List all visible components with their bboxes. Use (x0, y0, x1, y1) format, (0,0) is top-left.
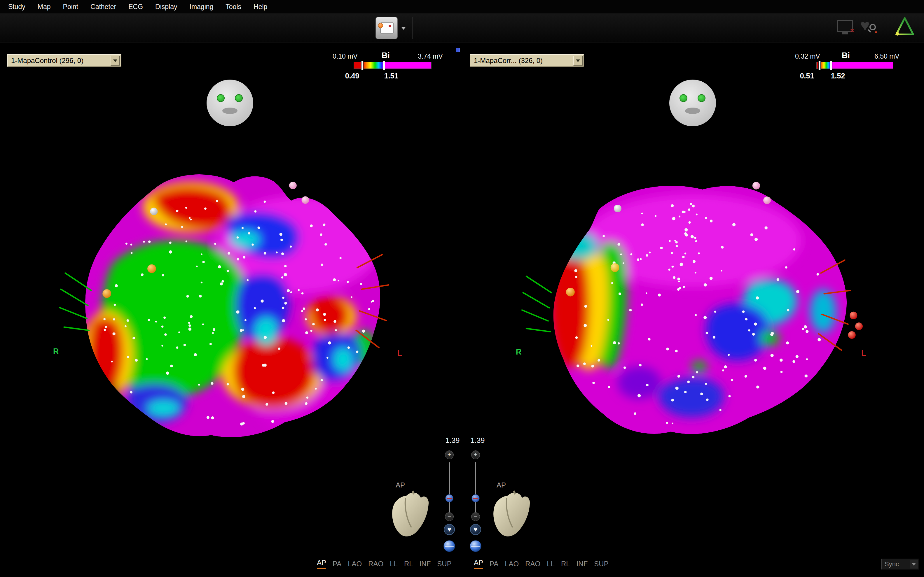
orientation-letter-r: R (516, 348, 522, 356)
face-eye-icon (680, 94, 687, 102)
orientation-face-left[interactable] (207, 80, 253, 126)
face-eye-icon (217, 94, 225, 102)
orientation-face-right[interactable] (669, 80, 716, 126)
toolbar-separator (412, 17, 412, 39)
chevron-down-icon[interactable] (910, 560, 918, 569)
scale-mode-label: Bi (381, 51, 390, 60)
viewport-split-handle[interactable] (456, 48, 460, 52)
projection-pa[interactable]: PA (489, 560, 498, 569)
orientation-letter-l: L (861, 349, 866, 358)
menu-imaging[interactable]: Imaging (190, 3, 213, 11)
menu-point[interactable]: Point (63, 3, 78, 11)
scale-low-value: 0.51 (794, 72, 820, 80)
zoom-slider-right: + − ♥ (467, 450, 484, 558)
scale-low-marker[interactable] (818, 61, 821, 70)
scale-high-marker[interactable] (383, 61, 385, 70)
face-nose-icon (685, 108, 700, 114)
projection-ll[interactable]: LL (390, 560, 398, 569)
zoom-slider-track[interactable] (449, 462, 450, 512)
scale-mode-label: Bi (842, 51, 850, 60)
scale-high-value: 1.52 (825, 72, 851, 80)
sync-dropdown-label: Sync (885, 560, 899, 568)
projection-rao[interactable]: RAO (525, 560, 540, 569)
scale-low-marker[interactable] (361, 61, 363, 70)
projection-ap[interactable]: AP (474, 559, 483, 569)
projection-pa[interactable]: PA (333, 560, 341, 569)
orientation-letter-r: R (53, 347, 59, 356)
scale-high-marker[interactable] (830, 61, 832, 70)
voltage-map-left[interactable] (55, 168, 407, 452)
heart-view-button[interactable]: ♥ (444, 524, 455, 535)
zoom-out-button[interactable]: − (471, 512, 480, 521)
face-nose-icon (222, 108, 237, 114)
orientation-letter-l: L (397, 349, 402, 358)
sync-dropdown[interactable]: Sync (881, 559, 919, 570)
projection-rl[interactable]: RL (561, 560, 570, 569)
projection-inf[interactable]: INF (577, 560, 588, 569)
menubar: Study Map Point Catheter ECG Display Ima… (0, 0, 924, 13)
projection-row-right: AP PA LAO RAO LL RL INF SUP (474, 559, 609, 569)
color-scale-right: 0.32 mV Bi 6.50 mV 0.51 1.52 (795, 52, 921, 84)
screen-off-icon[interactable] (837, 20, 853, 32)
scale-max-label: 3.74 mV (418, 53, 443, 60)
carto-logo (895, 16, 915, 39)
zoom-slider-left: + − ♥ (441, 450, 458, 558)
map-selector-left-label: 1-MapaControl (296, 0) (11, 56, 84, 65)
scale-high-value: 1.51 (378, 72, 404, 80)
projection-sup[interactable]: SUP (437, 560, 451, 569)
heart-view-button[interactable]: ♥ (470, 524, 481, 535)
menu-study[interactable]: Study (8, 3, 25, 11)
projection-lao[interactable]: LAO (348, 560, 362, 569)
scale-min-label: 0.10 mV (333, 53, 358, 60)
scale-bar[interactable] (816, 62, 893, 69)
zoom-slider-handle[interactable] (445, 494, 453, 502)
heart-orientation-label-right: AP (497, 481, 506, 489)
menu-map[interactable]: Map (38, 3, 51, 11)
heart-model-right[interactable] (490, 489, 531, 540)
zoom-in-button[interactable]: + (445, 450, 454, 459)
menu-ecg[interactable]: ECG (128, 3, 143, 11)
face-eye-icon (235, 94, 243, 102)
scale-low-value: 0.49 (339, 72, 365, 80)
scale-min-label: 0.32 mV (795, 53, 820, 60)
projection-row-left: AP PA LAO RAO LL RL INF SUP (317, 559, 452, 569)
globe-view-button[interactable] (470, 540, 481, 552)
projection-lao[interactable]: LAO (505, 560, 519, 569)
menu-tools[interactable]: Tools (226, 3, 241, 11)
map-selector-right-label: 1-MapaCorr... (326, 0) (474, 56, 543, 65)
map-selector-left[interactable]: 1-MapaControl (296, 0) (7, 54, 121, 67)
voltage-map-right[interactable] (519, 172, 866, 450)
zoom-out-button[interactable]: − (445, 512, 454, 521)
color-scale-left: 0.10 mV Bi 3.74 mV 0.49 1.51 (333, 52, 458, 84)
zoom-value-left: 1.39 (439, 436, 466, 445)
scale-max-label: 6.50 mV (874, 53, 900, 60)
zoom-slider-track[interactable] (475, 462, 476, 512)
zoom-in-button[interactable]: + (471, 450, 480, 459)
projection-ap[interactable]: AP (317, 559, 326, 569)
projection-inf[interactable]: INF (420, 560, 431, 569)
zoom-slider-handle[interactable] (472, 494, 480, 502)
projection-sup[interactable]: SUP (594, 560, 608, 569)
snapshot-menu-arrow[interactable] (399, 23, 408, 33)
menu-display[interactable]: Display (155, 3, 177, 11)
projection-ll[interactable]: LL (547, 560, 555, 569)
chevron-down-icon[interactable] (111, 56, 120, 66)
heart-model-left[interactable] (389, 489, 430, 540)
heart-search-icon[interactable] (860, 18, 878, 37)
heart-orientation-label-left: AP (396, 481, 405, 489)
projection-rao[interactable]: RAO (368, 560, 383, 569)
face-eye-icon (698, 94, 706, 102)
chevron-down-icon[interactable] (573, 56, 583, 66)
menu-catheter[interactable]: Catheter (90, 3, 116, 11)
scale-bar[interactable] (354, 62, 431, 69)
zoom-value-right: 1.39 (464, 436, 491, 445)
map-selector-right[interactable]: 1-MapaCorr... (326, 0) (470, 54, 584, 67)
toolbar (0, 13, 924, 43)
snapshot-button[interactable] (375, 17, 398, 39)
globe-view-button[interactable] (443, 540, 455, 552)
menu-help[interactable]: Help (254, 3, 267, 11)
projection-rl[interactable]: RL (404, 560, 413, 569)
